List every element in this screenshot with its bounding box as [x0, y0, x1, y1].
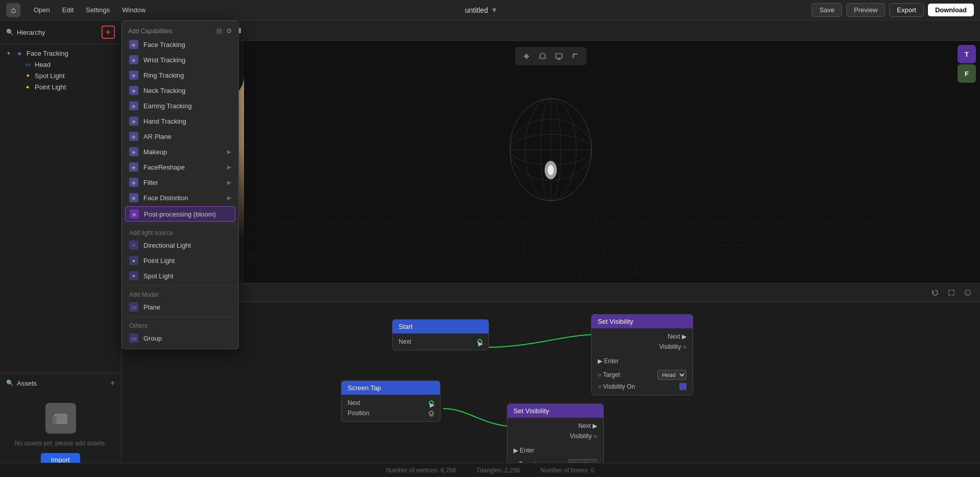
- point-light-label: Point Light: [35, 83, 66, 91]
- filter-cap-icon: ◈: [129, 178, 138, 187]
- st-next-port[interactable]: ▶: [429, 400, 434, 406]
- face-tracking-cap-icon: ◈: [129, 40, 138, 49]
- download-button[interactable]: Download: [928, 4, 974, 16]
- head-icon: ▭: [23, 60, 32, 68]
- corner-icon[interactable]: [568, 49, 582, 63]
- menu-window[interactable]: Window: [117, 4, 151, 16]
- sv1-target-select[interactable]: Head: [657, 370, 687, 380]
- sv1-enter-row: ▶ Enter: [598, 356, 687, 366]
- vertices-count: Number of vertices: 6,768: [386, 467, 456, 474]
- sv1-visibility-checkbox[interactable]: [679, 383, 687, 390]
- tree-item-spot-light[interactable]: ✦ Spot Light: [0, 70, 121, 81]
- capability-neck-tracking[interactable]: ◈ Neck Tracking: [122, 83, 238, 98]
- start-node-header: Start: [393, 320, 488, 333]
- start-next-label: Next: [399, 338, 411, 345]
- expand-node-icon[interactable]: [945, 287, 958, 299]
- ring-tracking-cap-icon: ◈: [129, 70, 138, 80]
- screen-tap-title: Screen Tap: [348, 384, 381, 392]
- node-editor: Add Node Add Variable i: [121, 283, 980, 477]
- user-avatar: T: [958, 45, 976, 63]
- save-button[interactable]: Save: [812, 3, 842, 17]
- sv1-target-label: ○ Target: [598, 371, 620, 378]
- others-section-label: Others: [122, 319, 238, 330]
- add-capabilities-label: Add Capabilities: [128, 28, 173, 35]
- assets-title: Assets: [17, 379, 37, 387]
- capability-filter[interactable]: ◈ Filter ▶: [122, 175, 238, 190]
- avatar-letter-t: T: [965, 51, 969, 58]
- capability-facereshape[interactable]: ◈ FaceReshape ▶: [122, 159, 238, 175]
- sv2-enter-label: ▶ Enter: [513, 447, 534, 454]
- capability-ar-plane[interactable]: ◈ AR Plane: [122, 129, 238, 144]
- group-icon: ▭: [129, 333, 138, 343]
- sv1-next-label: Next ▶: [668, 333, 687, 340]
- asset-placeholder-icon: [45, 403, 76, 434]
- svg-rect-16: [556, 54, 562, 58]
- face-tracking-label: Face Tracking: [27, 50, 68, 57]
- statusbar: Number of vertices: 6,768 Triangles: 2,2…: [0, 463, 980, 477]
- popup-collapse-icon[interactable]: ⊟: [216, 27, 222, 35]
- light-point[interactable]: ● Point Light: [122, 253, 238, 268]
- capability-face-tracking[interactable]: ◈ Face Tracking: [122, 37, 238, 52]
- capability-ring-tracking[interactable]: ◈ Ring Tracking: [122, 67, 238, 83]
- capability-wrist-tracking[interactable]: ◈ Wrist Tracking: [122, 52, 238, 67]
- menu-items: Open Edit Settings Window: [29, 4, 151, 16]
- add-hierarchy-button[interactable]: +: [102, 26, 115, 39]
- refresh-node-icon[interactable]: [929, 287, 941, 299]
- start-node-body: Next ▶: [393, 333, 488, 350]
- screen-icon[interactable]: [552, 49, 566, 63]
- sv2-next-row: Next ▶: [513, 421, 597, 431]
- point-light-icon: ●: [23, 83, 32, 91]
- facereshape-submenu-arrow: ▶: [227, 164, 231, 171]
- menu-edit[interactable]: Edit: [57, 4, 79, 16]
- add-light-section-label: Add light source: [122, 226, 238, 237]
- capability-hand-tracking[interactable]: ◈ Hand Tracking: [122, 113, 238, 129]
- sv1-visibility-on-row: ○ Visibility On: [598, 381, 687, 392]
- capability-makeup[interactable]: ◈ Makeup ▶: [122, 144, 238, 159]
- set-visibility-1-body: Next ▶ Visibility ○ ▶ Enter ○ Target: [592, 328, 693, 395]
- app-logo: ⌂: [6, 3, 20, 17]
- svg-rect-1: [53, 416, 57, 423]
- light-directional[interactable]: ✧ Directional Light: [122, 237, 238, 253]
- right-actions: Save Preview Export Download: [812, 3, 974, 17]
- tree-item-head[interactable]: ▭ Head: [0, 59, 121, 70]
- capability-post-processing[interactable]: ◈ Post-processing (bloom): [125, 206, 235, 222]
- tree-item-face-tracking[interactable]: ▼ ◈ Face Tracking: [0, 47, 121, 59]
- model-plane[interactable]: ▭ Plane: [122, 299, 238, 315]
- popup-settings-icon[interactable]: ⚙: [226, 27, 232, 35]
- neck-tracking-cap-icon: ◈: [129, 86, 138, 95]
- earring-tracking-cap-icon: ◈: [129, 101, 138, 110]
- sv2-enter-row: ▶ Enter: [513, 445, 597, 456]
- st-position-port[interactable]: ○: [429, 411, 434, 416]
- add-asset-button[interactable]: +: [110, 378, 115, 388]
- bell-icon[interactable]: [535, 49, 550, 63]
- st-next-row: Next ▶: [348, 398, 434, 408]
- move-tool-icon[interactable]: ✥: [519, 49, 533, 63]
- 3d-viewport[interactable]: ✥ T F: [121, 41, 980, 283]
- popup-header-icons: ⊟ ⚙: [216, 27, 232, 35]
- info-node-icon[interactable]: i: [962, 287, 974, 299]
- title-area: untitled ▼: [159, 6, 803, 14]
- face-tracking-icon: ◈: [15, 49, 23, 57]
- menu-settings[interactable]: Settings: [81, 4, 115, 16]
- start-node-title: Start: [399, 323, 412, 330]
- point-light-add-icon: ●: [129, 256, 138, 265]
- tree-item-point-light[interactable]: ● Point Light: [0, 81, 121, 92]
- spot-light-icon: ✦: [23, 71, 32, 80]
- sv2-visibility-row: Visibility ○: [513, 431, 597, 441]
- add-capabilities-popup: Add Capabilities ⊟ ⚙ ◈ Face Tracking ◈ W…: [121, 20, 239, 349]
- start-next-port[interactable]: ▶: [477, 339, 482, 344]
- menu-open[interactable]: Open: [29, 4, 55, 16]
- spot-light-add-icon: ✦: [129, 271, 138, 280]
- capability-face-distortion[interactable]: ◈ Face Distortion ▶: [122, 190, 238, 205]
- light-spot[interactable]: ✦ Spot Light: [122, 268, 238, 283]
- sv1-enter-label: ▶ Enter: [598, 357, 619, 365]
- screen-tap-header: Screen Tap: [341, 381, 440, 395]
- other-group[interactable]: ▭ Group: [122, 330, 238, 346]
- preview-button[interactable]: Preview: [846, 3, 885, 17]
- capability-earring-tracking[interactable]: ◈ Earring Tracking: [122, 98, 238, 113]
- export-button[interactable]: Export: [889, 3, 924, 17]
- start-node-next-row: Next ▶: [399, 337, 482, 347]
- nodes-canvas: Start Next ▶ Set Visibility: [121, 304, 980, 477]
- sv2-visibility-label: Visibility ○: [570, 433, 597, 440]
- title-dropdown-arrow[interactable]: ▼: [491, 6, 498, 14]
